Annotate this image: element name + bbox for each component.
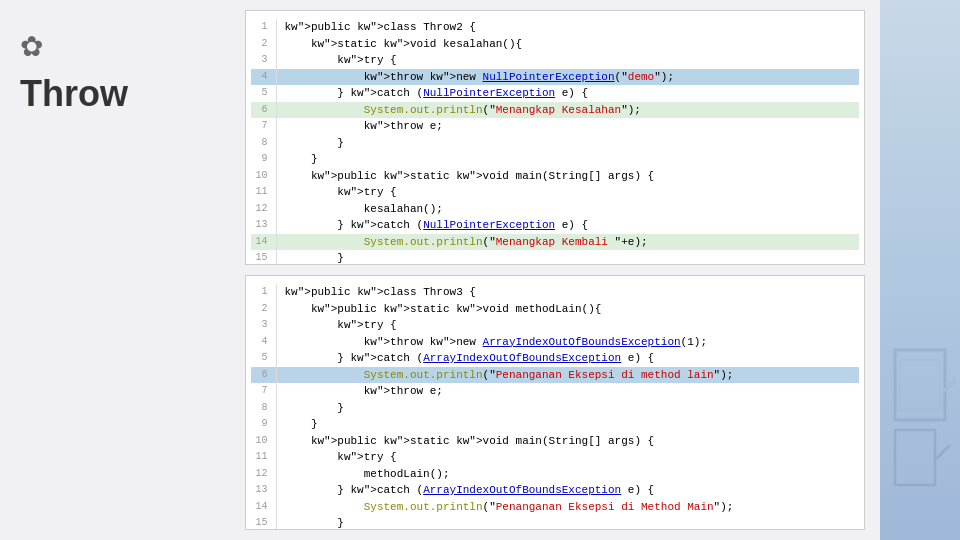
code-block-1: 1kw">public kw">class Throw2 {2 kw">stat… [245, 10, 865, 265]
page-title: Throw [20, 73, 128, 115]
background-gradient [880, 0, 960, 540]
svg-marker-1 [900, 360, 955, 410]
right-panel: 1kw">public kw">class Throw2 {2 kw">stat… [240, 0, 880, 540]
main-container: ✿ Throw 1kw">public kw">class Throw2 {2 … [0, 0, 880, 540]
svg-marker-2 [895, 430, 950, 485]
arrow-decoration-2 [885, 420, 955, 520]
left-panel: ✿ Throw [0, 0, 240, 540]
code-block-2: 1kw">public kw">class Throw3 {2 kw">publ… [245, 275, 865, 530]
fleur-icon: ✿ [20, 30, 43, 63]
